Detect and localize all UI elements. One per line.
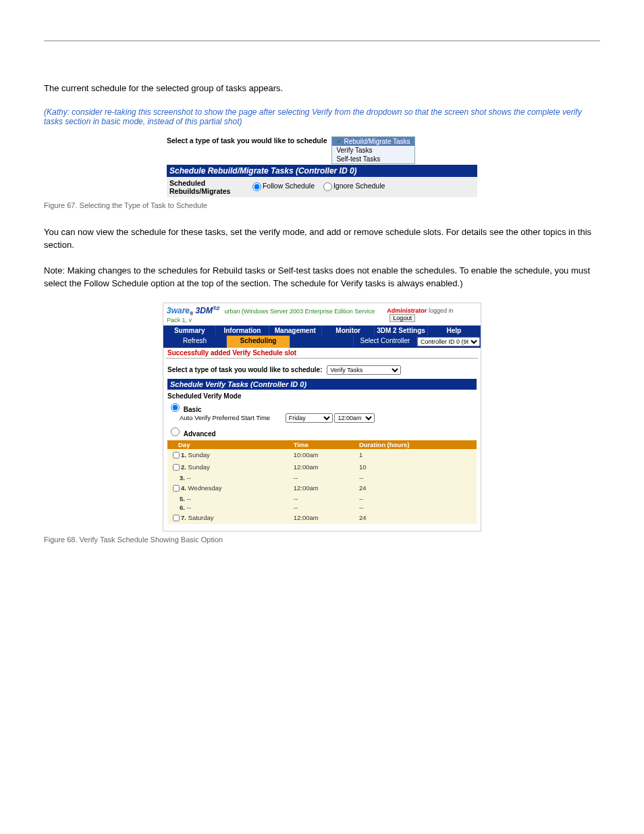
- basic-mode-option[interactable]: Basic: [167, 406, 201, 413]
- mode-label: Scheduled Verify Mode: [167, 392, 477, 400]
- nav-monitor[interactable]: Monitor: [322, 325, 375, 336]
- auto-verify-label: Auto Verify Preferred Start Time: [180, 414, 270, 421]
- table-row: 7. Saturday12:00am24: [167, 512, 477, 524]
- figure-1: Select a type of task you would like to …: [167, 136, 477, 197]
- nav-summary[interactable]: Summary: [163, 325, 216, 336]
- task-type-prompt: Select a type of task you would like to …: [167, 136, 329, 145]
- row-checkbox[interactable]: [173, 485, 180, 492]
- section-header: Schedule Rebuild/Migrate Tasks (Controll…: [167, 165, 477, 177]
- nav-help[interactable]: Help: [428, 325, 481, 336]
- nav-3dm2-settings[interactable]: 3DM 2 Settings: [375, 325, 427, 336]
- paragraph: You can now view the schedule for these …: [44, 226, 600, 252]
- row-checkbox[interactable]: [173, 464, 180, 471]
- col-duration: Duration (hours): [356, 440, 477, 449]
- table-row: 6. ------: [167, 503, 477, 512]
- note-paragraph: Note: Making changes to the schedules fo…: [44, 264, 600, 290]
- table-row: 4. Wednesday12:00am24: [167, 482, 477, 494]
- row-checkbox[interactable]: [173, 452, 180, 459]
- row-checkbox[interactable]: [173, 515, 180, 521]
- logo-3ware: 3ware: [167, 306, 190, 315]
- select-controller-label: Select Controller: [354, 336, 417, 348]
- refresh-button[interactable]: Refresh: [163, 336, 227, 348]
- writer-guide-note: (Kathy: consider re-taking this screensh…: [44, 107, 600, 126]
- task-type-dropdown[interactable]: ✓Rebuild/Migrate Tasks Verify Tasks Self…: [331, 136, 414, 164]
- status-message: Successfully added Verify Schedule slot: [163, 348, 481, 358]
- table-row: 2. Sunday12:00am10: [167, 461, 477, 473]
- scheduled-label: Scheduled Rebuilds/Migrates: [169, 179, 244, 195]
- col-time: Time: [291, 440, 356, 449]
- check-icon: ✓: [336, 138, 342, 145]
- schedule-header: Schedule Verify Tasks (Controller ID 0): [167, 379, 477, 390]
- nav-information[interactable]: Information: [216, 325, 269, 336]
- advanced-mode-option[interactable]: Advanced: [167, 430, 216, 438]
- task-type-select[interactable]: Verify Tasks: [327, 365, 401, 375]
- day-select[interactable]: Friday: [286, 413, 333, 423]
- tab-scheduling[interactable]: Scheduling: [227, 336, 290, 348]
- controller-select[interactable]: Controller ID 0 (9690SA-4I4E): [417, 337, 480, 346]
- time-select[interactable]: 12:00am: [334, 413, 375, 423]
- logout-button[interactable]: Logout: [390, 314, 415, 322]
- figure-caption: Figure 67. Selecting the Type of Task to…: [44, 201, 600, 209]
- table-row: 3. ------: [167, 473, 477, 482]
- col-day: Day: [167, 440, 291, 449]
- paragraph: The current schedule for the selected gr…: [44, 82, 600, 95]
- nav-primary: Summary Information Management Monitor 3…: [163, 325, 481, 336]
- nav-secondary: Refresh Scheduling Select Controller Con…: [163, 336, 481, 348]
- schedule-table: Day Time Duration (hours) 1. Sunday10:00…: [167, 440, 477, 524]
- app-window: 3ware® 3DM®2 urban (Windows Server 2003 …: [163, 303, 481, 531]
- table-row: 1. Sunday10:00am1: [167, 449, 477, 461]
- controller-select-wrap: Controller ID 0 (9690SA-4I4E): [417, 336, 481, 348]
- nav-blank: [290, 336, 354, 348]
- task-prompt: Select a type of task you would like to …: [167, 366, 323, 373]
- admin-label: Administrator: [387, 307, 427, 314]
- ignore-schedule-option[interactable]: Ignore Schedule: [317, 182, 385, 190]
- nav-management[interactable]: Management: [269, 325, 322, 336]
- table-row: 5. ------: [167, 494, 477, 503]
- figure-caption: Figure 68. Verify Task Schedule Showing …: [44, 536, 600, 544]
- follow-schedule-option[interactable]: Follow Schedule: [246, 182, 315, 190]
- logo-3dm: 3DM: [196, 306, 213, 315]
